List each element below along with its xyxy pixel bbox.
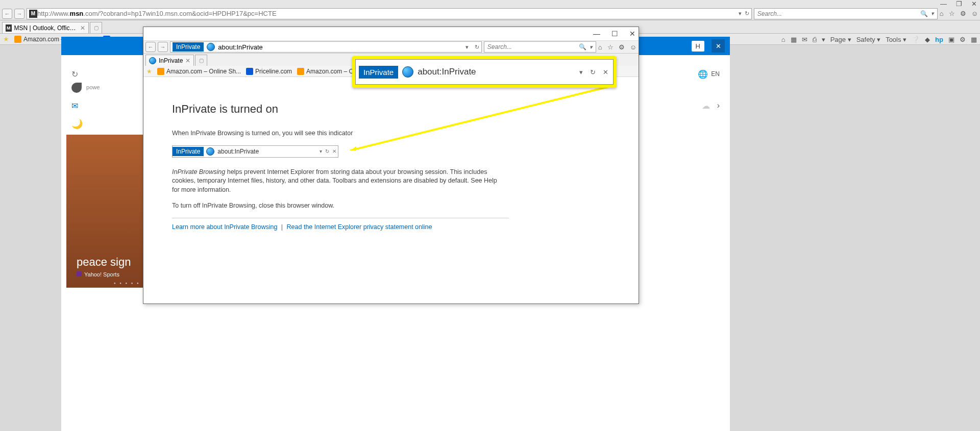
- msn-dismiss-icon[interactable]: ✕: [712, 39, 725, 53]
- inprivate-badge: InPrivate: [173, 42, 204, 52]
- new-tab-button[interactable]: ▢: [195, 55, 207, 66]
- ie-icon: [402, 66, 413, 78]
- ext-icon[interactable]: ▣: [948, 36, 954, 43]
- minimize-button[interactable]: —: [593, 30, 600, 38]
- tab-favicon: M: [6, 24, 12, 32]
- close-button[interactable]: ✕: [629, 30, 635, 38]
- toolbar-icons: ⌂ ☆ ⚙ ☺: [940, 10, 978, 17]
- search-icon[interactable]: 🔍: [920, 10, 928, 17]
- hero-source: Yahoo! Sports: [77, 271, 131, 277]
- page-menu[interactable]: Page ▾: [830, 36, 851, 43]
- home-icon[interactable]: ⌂: [598, 43, 602, 51]
- tab-inprivate[interactable]: InPrivate ✕: [145, 55, 194, 66]
- url-dropdown-icon[interactable]: ▾: [465, 44, 469, 50]
- search-placeholder: Search...: [487, 43, 512, 50]
- indicator-url: about:InPrivate: [214, 148, 318, 155]
- inprivate-indicator-text: When InPrivate Browsing is turned on, yo…: [172, 129, 499, 138]
- forward-button[interactable]: →: [14, 9, 24, 19]
- settings-icon[interactable]: ⚙: [619, 43, 625, 51]
- close-button[interactable]: ✕: [971, 0, 977, 8]
- search-dropdown-icon[interactable]: ▾: [931, 10, 934, 17]
- dropdown-icon[interactable]: ▾: [822, 36, 825, 43]
- tab-label: InPrivate: [159, 57, 183, 64]
- inprivate-badge: InPrivate: [173, 147, 204, 156]
- ext-icon[interactable]: ◆: [925, 36, 930, 43]
- inprivate-turnoff-text: To turn off InPrivate Browsing, close th…: [172, 201, 499, 211]
- search-dropdown-icon[interactable]: ▾: [590, 44, 593, 50]
- address-bar[interactable]: M http://www.msn.com/?cobrand=hp17win10.…: [27, 8, 752, 19]
- msn-search-field[interactable]: H: [692, 41, 704, 52]
- ext-icon[interactable]: ▦: [971, 36, 977, 43]
- feedback-icon[interactable]: ☺: [630, 43, 636, 51]
- nav-next-icon[interactable]: ›: [717, 101, 720, 110]
- favorites-icon[interactable]: ☆: [607, 43, 614, 51]
- language-picker[interactable]: 🌐 EN: [698, 69, 720, 79]
- inprivate-heading: InPrivate is turned on: [172, 103, 610, 116]
- ie-icon: [206, 147, 214, 156]
- favorite-priceline[interactable]: Priceline.com: [246, 68, 292, 75]
- tab-label: MSN | Outlook, Office, Sky...: [14, 24, 78, 32]
- stop-icon: ✕: [332, 148, 336, 154]
- help-icon[interactable]: ❔: [912, 36, 920, 43]
- minimize-button[interactable]: —: [940, 0, 947, 8]
- back-button[interactable]: ←: [145, 42, 156, 52]
- child-search-box[interactable]: Search... 🔍 ▾: [484, 41, 596, 53]
- url-dropdown-icon[interactable]: ▾: [739, 10, 742, 17]
- back-button[interactable]: ←: [2, 9, 12, 19]
- maximize-button[interactable]: ❐: [956, 0, 962, 8]
- feed-icon[interactable]: ▦: [791, 36, 797, 43]
- url-text: about:InPrivate: [218, 43, 459, 51]
- ie-icon: [207, 43, 215, 51]
- callout-highlight: InPrivate about:InPrivate ▾ ↻ ✕: [352, 56, 617, 88]
- add-favorite-icon[interactable]: ★: [146, 68, 152, 75]
- search-box[interactable]: Search... 🔍 ▾: [754, 8, 938, 19]
- inprivate-description: InPrivate Browsing helps prevent Interne…: [172, 168, 499, 195]
- tab-close-icon[interactable]: ✕: [185, 57, 190, 64]
- privacy-statement-link[interactable]: Read the Internet Explorer privacy state…: [287, 223, 432, 231]
- refresh-icon: ↻: [590, 68, 596, 76]
- tab-close-icon[interactable]: ✕: [80, 24, 85, 32]
- child-address-bar[interactable]: InPrivate about:InPrivate ▾ ↻: [170, 41, 482, 53]
- search-placeholder: Search...: [757, 10, 782, 17]
- inprivate-content: InPrivate is turned on When InPrivate Br…: [143, 77, 639, 303]
- priceline-icon: [246, 68, 253, 75]
- refresh-icon[interactable]: ↻: [475, 44, 479, 50]
- learn-more-link[interactable]: Learn more about InPrivate Browsing: [172, 223, 277, 231]
- weather-icon[interactable]: ☁: [702, 101, 710, 111]
- mail-icon[interactable]: ✉: [802, 36, 807, 43]
- favorite-amazon[interactable]: Amazon.com – Online Sh...: [157, 68, 241, 75]
- globe-icon: 🌐: [698, 69, 708, 79]
- search-icon[interactable]: 🔍: [579, 43, 586, 50]
- stop-icon: ✕: [603, 68, 608, 76]
- favorites-icon[interactable]: ☆: [949, 10, 955, 17]
- inprivate-indicator-example: InPrivate about:InPrivate ▾ ↻ ✕: [172, 145, 338, 158]
- child-toolbar-icons: ⌂ ☆ ⚙ ☺: [598, 43, 636, 51]
- home-icon[interactable]: ⌂: [940, 10, 944, 17]
- refresh-icon[interactable]: ↻: [71, 69, 78, 79]
- refresh-icon[interactable]: ↻: [745, 10, 749, 17]
- print-icon[interactable]: ⎙: [813, 36, 817, 43]
- safety-menu[interactable]: Safety ▾: [856, 36, 880, 43]
- settings-icon[interactable]: ⚙: [960, 10, 966, 17]
- new-tab-button[interactable]: ▢: [90, 22, 102, 33]
- dropdown-icon: ▾: [579, 68, 583, 76]
- forward-button[interactable]: →: [158, 42, 168, 52]
- maximize-button[interactable]: ☐: [611, 30, 618, 38]
- msn-logo: [71, 83, 82, 93]
- add-favorite-icon[interactable]: ★: [3, 35, 9, 43]
- ext-icon[interactable]: ⚙: [960, 36, 966, 43]
- ext-icon[interactable]: hp: [935, 36, 943, 43]
- refresh-icon: ↻: [325, 148, 329, 154]
- feedback-icon[interactable]: ☺: [971, 10, 978, 17]
- home-icon[interactable]: ⌂: [781, 36, 786, 43]
- child-address-row: ← → InPrivate about:InPrivate ▾ ↻ Search…: [143, 40, 639, 54]
- tab-msn[interactable]: M MSN | Outlook, Office, Sky... ✕: [2, 22, 89, 33]
- outlook-icon[interactable]: ✉: [71, 101, 78, 111]
- inprivate-links: Learn more about InPrivate Browsing | Re…: [172, 218, 509, 231]
- child-title-bar: — ☐ ✕: [143, 27, 639, 40]
- language-label: EN: [711, 70, 720, 78]
- tools-menu[interactable]: Tools ▾: [886, 36, 906, 43]
- callout-url: about:InPrivate: [418, 67, 574, 77]
- favorite-label: Amazon.com – Online Sh...: [166, 68, 241, 75]
- hero-headline: peace sign: [77, 256, 131, 268]
